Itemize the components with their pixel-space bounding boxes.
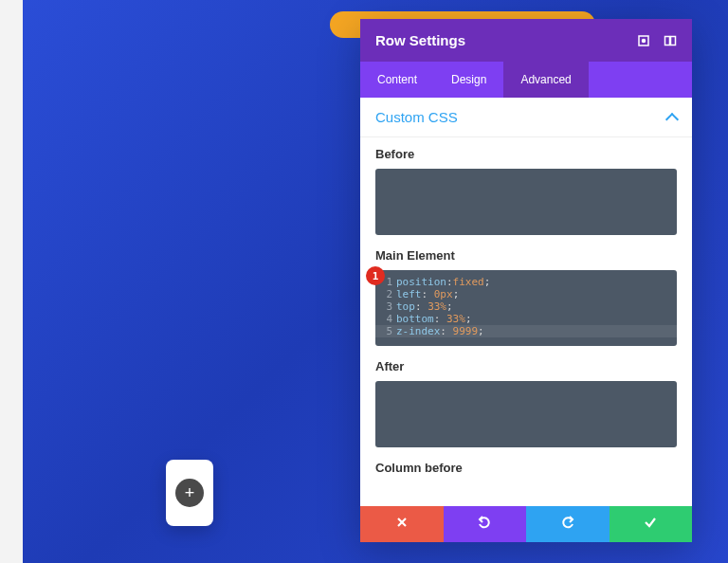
- tab-content[interactable]: Content: [360, 62, 434, 98]
- add-section-card: +: [166, 460, 213, 526]
- code-line: 3top: 33%;: [383, 300, 669, 313]
- panel-body: Custom CSS Before Main Element 1 1positi…: [360, 98, 692, 506]
- field-before-label: Before: [375, 147, 677, 161]
- add-section-button[interactable]: +: [175, 479, 204, 507]
- redo-icon: [560, 515, 575, 534]
- tab-advanced[interactable]: Advanced: [503, 62, 588, 98]
- snap-icon[interactable]: [664, 34, 677, 47]
- check-icon: [643, 515, 658, 534]
- panel-title: Row Settings: [375, 32, 465, 48]
- field-after-label: After: [375, 359, 677, 373]
- close-icon: [395, 516, 409, 533]
- css-after-input[interactable]: [375, 381, 677, 447]
- code-line: 1position:fixed;: [383, 276, 669, 288]
- code-line: 4bottom: 33%;: [383, 313, 669, 325]
- redo-button[interactable]: [526, 506, 610, 542]
- field-after: After: [360, 350, 692, 451]
- field-main-label: Main Element: [375, 248, 677, 263]
- field-column-before: Column before: [360, 451, 692, 475]
- expand-icon[interactable]: [637, 34, 650, 47]
- field-column-before-label: Column before: [375, 461, 677, 475]
- code-line: 2left: 0px;: [383, 288, 669, 300]
- field-main-element: Main Element 1 1position:fixed; 2left: 0…: [360, 239, 692, 350]
- field-before: Before: [360, 137, 692, 239]
- row-settings-panel: Row Settings Content Design Advanced Cus…: [360, 19, 692, 542]
- svg-rect-3: [671, 36, 676, 45]
- panel-footer: [360, 506, 692, 542]
- undo-icon: [477, 515, 492, 534]
- plus-icon: +: [185, 483, 195, 503]
- annotation-badge: 1: [366, 266, 385, 285]
- css-before-input[interactable]: [375, 169, 677, 235]
- panel-header[interactable]: Row Settings: [360, 19, 692, 62]
- cancel-button[interactable]: [360, 506, 444, 542]
- tab-design[interactable]: Design: [434, 62, 503, 98]
- chevron-up-icon: [665, 112, 679, 125]
- section-title: Custom CSS: [375, 109, 458, 125]
- svg-point-1: [643, 39, 646, 42]
- code-line: 5z-index: 9999;: [375, 325, 677, 337]
- settings-tabs: Content Design Advanced: [360, 62, 692, 98]
- section-custom-css[interactable]: Custom CSS: [360, 98, 692, 137]
- save-button[interactable]: [610, 506, 693, 542]
- css-main-element-input[interactable]: 1 1position:fixed; 2left: 0px; 3top: 33%…: [375, 270, 677, 346]
- undo-button[interactable]: [444, 506, 527, 542]
- svg-rect-2: [665, 36, 670, 45]
